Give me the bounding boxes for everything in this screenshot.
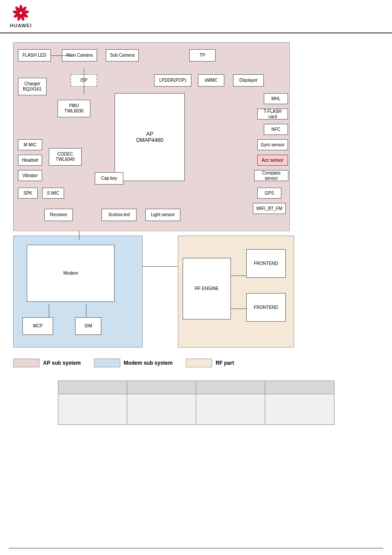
gps-box: GPS <box>257 188 281 199</box>
legend-row: AP sub system Modem sub system RF part <box>13 359 234 367</box>
headset-box: Headset <box>18 155 42 166</box>
charger-box: Charger BQ24161 <box>18 78 47 95</box>
table-row-1 <box>58 394 334 425</box>
logo-container: HUAWEI <box>9 4 33 28</box>
displayer-box: Displayer <box>233 74 264 87</box>
rf-legend-label: RF part <box>216 360 234 366</box>
modem-box: Modem <box>27 245 115 302</box>
table-cell-1-1 <box>58 394 127 425</box>
compass-box: Compass sensor <box>254 170 288 181</box>
rf-legend-item: RF part <box>186 359 234 367</box>
modem-legend-box <box>94 359 120 367</box>
table-cell-1-3 <box>196 394 265 425</box>
diagram-outer: manualslib.com FLASH LED Main Camera Sub… <box>13 42 338 354</box>
acc-box: Acc sensor <box>257 155 288 166</box>
ap-legend-item: AP sub system <box>13 359 81 367</box>
rf-subsystem-box: RF ENGINE FRONTEND FRONTEND <box>178 236 294 348</box>
table-header-row <box>58 381 334 394</box>
logo-text: HUAWEI <box>10 23 32 28</box>
sub-camera-box: Sub Camera <box>106 49 139 62</box>
ap-subsystem-box: FLASH LED Main Camera Sub Camera TP Char… <box>13 42 290 231</box>
spk-box: SPK <box>18 188 38 199</box>
footer-line <box>9 548 383 548</box>
colros-led-box: 3colros-led <box>101 209 137 221</box>
cap-key-box: Cap key <box>95 172 123 185</box>
lpddr-box: LPDDR(POP) <box>154 74 191 87</box>
s-mic-box: S MIC <box>42 188 64 199</box>
m-mic-box: M MIC <box>18 139 42 150</box>
ap-legend-box <box>13 359 40 367</box>
huawei-logo-icon <box>9 4 33 22</box>
ap-legend-label: AP sub system <box>43 360 81 366</box>
emmc-box: eMMC <box>198 74 224 87</box>
table-header-1 <box>58 381 127 394</box>
frontend2-box: FRONTEND <box>246 293 286 322</box>
ap-omap-box: AP OMAP4460 <box>115 93 185 181</box>
rf-legend-box <box>186 359 212 367</box>
main-content: manualslib.com FLASH LED Main Camera Sub… <box>0 33 392 434</box>
flash-led-box: FLASH LED <box>18 49 51 62</box>
pmu-box: PMU TWL6030 <box>58 100 90 117</box>
mcp-box: MCP <box>22 317 53 335</box>
modem-legend-item: Modem sub system <box>94 359 173 367</box>
bottom-table <box>58 381 334 425</box>
table-header-2 <box>127 381 196 394</box>
tp-box: TP <box>189 49 216 62</box>
vibrator-box: Vibrator <box>18 170 42 181</box>
wifi-bt-fm-box: WIFI_BT_FM <box>253 203 286 214</box>
nfc-box: NFC <box>264 124 288 135</box>
gyro-box: Gyro sensor <box>257 139 288 150</box>
codec-box: CODEC TWL6040 <box>49 148 82 166</box>
page-header: HUAWEI <box>0 0 392 33</box>
sim-box: SIM <box>75 317 101 335</box>
modem-legend-label: Modem sub system <box>124 360 173 366</box>
table-cell-1-2 <box>127 394 196 425</box>
table-cell-1-4 <box>265 394 334 425</box>
table-header-3 <box>196 381 265 394</box>
mhl-box: MHL <box>264 93 288 104</box>
table-header-4 <box>265 381 334 394</box>
modem-subsystem-box: Modem MCP SIM <box>13 236 143 348</box>
light-sensor-box: Light sensor <box>145 209 180 221</box>
bottom-table-container <box>13 381 379 425</box>
t-flash-box: T-FLASH card <box>257 109 288 120</box>
receiver-box: Receiver <box>44 209 73 221</box>
frontend1-box: FRONTEND <box>246 249 286 278</box>
rf-engine-box: RF ENGINE <box>183 258 231 319</box>
